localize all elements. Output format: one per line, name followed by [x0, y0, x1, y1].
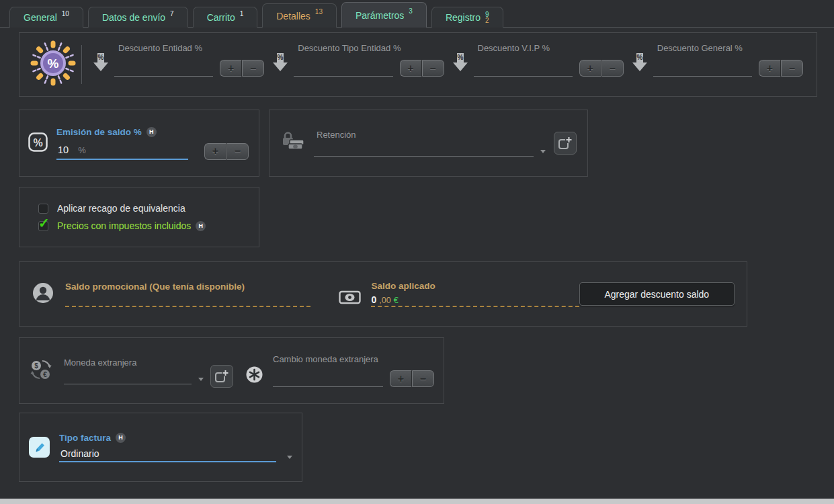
promo-percent-burst-icon: % [29, 39, 77, 90]
retention-lock-money-icon [280, 130, 306, 157]
descuento-vip-label: Descuento V.I.P % [478, 43, 624, 53]
emision-saldo-decrement-button[interactable]: − [226, 143, 249, 160]
tab-registro-badges: 9 2 [485, 11, 489, 24]
tab-parametros-label: Parámetros [356, 10, 404, 21]
chevron-down-icon[interactable] [287, 456, 292, 459]
divider [81, 45, 82, 84]
saldo-promocional-input[interactable] [65, 298, 310, 307]
impuestos-incluidos-checkbox[interactable]: ✓ Precios con impuestos incluidos H [38, 220, 259, 231]
descuento-vip-input[interactable] [474, 66, 573, 77]
saldo-promocional-panel: Saldo promocional (Que tenía disponible)… [19, 261, 747, 327]
chevron-down-icon[interactable] [198, 378, 204, 381]
moneda-extranjera-select-value[interactable] [64, 374, 192, 384]
moneda-extranjera-panel: $ € Moneda extranjera [19, 337, 444, 404]
currency-exchange-icon: $ € [29, 358, 53, 384]
checkbox-unchecked-icon[interactable] [38, 204, 48, 214]
recargo-equivalencia-label: Aplicar recago de equivalencia [57, 203, 185, 214]
help-badge-icon[interactable]: H [116, 433, 126, 443]
tax-options-panel: Aplicar recago de equivalencia ✓ Precios… [19, 187, 259, 247]
tipo-factura-value: Ordinario [59, 448, 99, 461]
tab-general-label: General [24, 12, 57, 23]
descuento-vip-increment-button[interactable]: + [579, 60, 601, 77]
help-badge-icon[interactable]: H [196, 221, 206, 231]
retencion-select-value[interactable] [314, 146, 534, 157]
tab-datos-de-envio[interactable]: Datos de envío 7 [88, 7, 188, 28]
help-badge-icon[interactable]: H [147, 127, 157, 137]
tipo-factura-panel: Tipo factura H Ordinario [19, 413, 302, 482]
saldo-aplicado-underline [371, 305, 579, 307]
descuento-vip-decrement-button[interactable]: − [601, 60, 624, 77]
retencion-add-button[interactable] [554, 132, 577, 155]
tab-carrito[interactable]: Carrito 1 [193, 7, 258, 28]
chevron-down-icon[interactable] [540, 150, 546, 153]
recargo-equivalencia-checkbox[interactable]: Aplicar recago de equivalencia [38, 203, 259, 214]
cambio-moneda-input[interactable] [273, 376, 383, 387]
descuento-tipo-entidad-group: % Descuento Tipo Entidad % + − [268, 43, 448, 86]
moneda-extranjera-add-button[interactable] [210, 365, 233, 388]
tab-datos-de-envio-badge: 7 [170, 10, 174, 17]
descuento-entidad-increment-button[interactable]: + [220, 60, 242, 77]
emision-saldo-input[interactable]: 10 % [56, 144, 188, 160]
descuento-entidad-label: Descuento Entidad % [118, 43, 264, 53]
svg-text:%: % [457, 54, 463, 61]
tab-detalles-badge: 13 [315, 8, 323, 15]
cambio-moneda-label: Cambio moneda extranjera [273, 354, 378, 364]
person-icon [32, 282, 54, 307]
descuento-general-decrement-button[interactable]: − [781, 60, 803, 77]
saldo-aplicado-decimals: ,00 [379, 296, 390, 305]
svg-text:%: % [48, 56, 59, 71]
tab-registro[interactable]: Registro 9 2 [431, 7, 503, 28]
tab-registro-badge-bottom: 2 [485, 17, 489, 24]
emision-saldo-increment-button[interactable]: + [204, 143, 226, 160]
checkmark-icon: ✓ [38, 215, 50, 231]
emision-saldo-panel: % Emisión de saldo % H 10 % + − [19, 110, 259, 177]
pencil-icon [29, 437, 50, 458]
retencion-label: Retención [317, 130, 356, 140]
emision-saldo-value: 10 [58, 144, 69, 155]
tab-parametros[interactable]: Parámetros 3 [341, 2, 427, 28]
descuento-tipo-entidad-input[interactable] [294, 66, 392, 77]
parameters-screen: General 10 Datos de envío 7 Carrito 1 De… [0, 0, 834, 504]
svg-text:%: % [98, 54, 104, 61]
tab-carrito-label: Carrito [207, 12, 235, 23]
descuento-general-group: % Descuento General % + − [628, 43, 807, 86]
cambio-moneda-increment-button[interactable]: + [390, 370, 412, 387]
tipo-factura-label: Tipo factura [59, 433, 111, 443]
tab-general[interactable]: General 10 [9, 7, 83, 28]
checkbox-checked-icon[interactable]: ✓ [38, 221, 48, 231]
percent-box-icon: % [28, 132, 48, 155]
discounts-panel: % % Descuento Entidad % + − [19, 32, 817, 97]
descuento-vip-group: % Descuento V.I.P % + − [448, 43, 628, 86]
descuento-general-label: Descuento General % [657, 43, 803, 53]
agregar-descuento-saldo-button[interactable]: Agregar descuento saldo [579, 282, 735, 306]
descuento-entidad-group: % Descuento Entidad % + − [89, 43, 268, 86]
tab-detalles-label: Detalles [276, 11, 310, 22]
tab-general-badge: 10 [62, 10, 69, 17]
descuento-tipo-entidad-label: Descuento Tipo Entidad % [298, 43, 444, 53]
svg-text:$: $ [34, 362, 38, 370]
descuento-tipo-entidad-decrement-button[interactable]: − [422, 60, 444, 77]
moneda-extranjera-select[interactable] [64, 374, 204, 384]
asterisk-icon [245, 366, 263, 386]
descuento-general-increment-button[interactable]: + [759, 60, 781, 77]
saldo-aplicado-integer: 0 [371, 294, 376, 305]
tipo-factura-select[interactable]: Ordinario [59, 449, 292, 462]
tab-detalles[interactable]: Detalles 13 [262, 3, 337, 28]
descuento-entidad-input[interactable] [114, 66, 213, 77]
saldo-aplicado-value: 0 ,00 € [371, 294, 579, 305]
retencion-select[interactable] [314, 146, 546, 157]
tab-carrito-badge: 1 [240, 10, 244, 17]
retencion-panel: Retención [269, 110, 588, 177]
discount-arrow-icon: % [632, 52, 648, 75]
descuento-general-input[interactable] [653, 66, 752, 77]
moneda-extranjera-label: Moneda extranjera [64, 358, 136, 368]
footer-bar [0, 499, 834, 504]
svg-text:€: € [43, 371, 47, 378]
descuento-entidad-decrement-button[interactable]: − [242, 60, 264, 77]
svg-text:%: % [278, 54, 284, 61]
discount-arrow-icon: % [452, 52, 468, 75]
cambio-moneda-decrement-button[interactable]: − [412, 370, 434, 387]
descuento-tipo-entidad-increment-button[interactable]: + [400, 60, 422, 77]
saldo-aplicado-label: Saldo aplicado [371, 281, 435, 291]
svg-text:%: % [636, 54, 642, 61]
